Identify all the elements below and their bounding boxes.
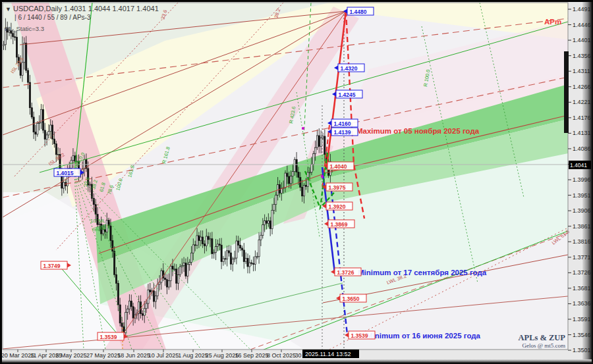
candle-body <box>198 236 200 241</box>
candle-body <box>315 147 316 153</box>
price-label-1.3749[interactable]: 1.3749 <box>41 261 71 269</box>
price-tick-label: 1.3951 <box>573 192 591 199</box>
price-label-1.4139[interactable]: 1.4139 <box>327 128 358 136</box>
candle-body <box>192 245 194 253</box>
price-tick-label: 1.4131 <box>573 130 591 136</box>
candle-body <box>99 224 100 224</box>
candle-body <box>110 226 111 240</box>
price-label-text: 1.3539 <box>100 334 117 340</box>
candle-body <box>212 239 213 254</box>
candle-body <box>292 172 293 176</box>
price-label-1.4015[interactable]: 1.4015 <box>54 169 84 176</box>
candle-body <box>183 263 184 266</box>
candle-body <box>200 237 202 240</box>
price-label-1.4480[interactable]: 1.4480 <box>343 7 374 15</box>
candle-body <box>320 138 322 147</box>
candle-body <box>208 236 209 240</box>
price-label-1.4040[interactable]: 1.4040 <box>324 162 354 170</box>
date-tick-label: 25 Aug 2025 <box>206 352 239 359</box>
candle-body <box>46 135 47 140</box>
price-label-text: 1.4245 <box>339 91 356 98</box>
price-label-1.4320[interactable]: 1.4320 <box>334 64 364 72</box>
candle-body <box>245 258 246 261</box>
candle-body <box>298 172 299 177</box>
candle-body <box>240 246 241 248</box>
candle-body <box>3 45 4 46</box>
fib-label[interactable]: 1/2 ML <box>90 218 105 224</box>
price-label-text: 1.3726 <box>337 269 354 276</box>
watermark-title: APLs & ZUP <box>518 333 565 342</box>
price-tick-label: 1.4356 <box>573 53 591 59</box>
candle-body <box>202 237 204 244</box>
candle-body <box>179 267 181 274</box>
swing-dot <box>321 175 324 178</box>
candle-body <box>324 136 325 155</box>
price-tick-label: 1.4266 <box>573 84 591 90</box>
candle-body <box>287 173 288 176</box>
price-tick-label: 1.4176 <box>573 115 591 121</box>
candle-body <box>150 290 151 292</box>
date-tick-label: 27 May 2025 <box>86 352 121 359</box>
candle-body <box>251 263 252 263</box>
annotation-maximum-nov[interactable]: Maximum от 05 ноября 2025 года <box>356 127 480 135</box>
price-label-1.3726[interactable]: 1.3726 <box>331 268 361 276</box>
candle-body <box>172 266 173 269</box>
candle-body <box>264 221 266 224</box>
frame-edge-left <box>0 0 2 364</box>
annotation-minimum-jun[interactable]: Minimum от 16 июня 2025 года <box>366 332 481 340</box>
date-tick-label: 1 Aug 2025 <box>178 352 208 359</box>
candle-body <box>269 221 271 229</box>
candle-body <box>275 195 277 204</box>
candle-body <box>13 34 14 37</box>
candle-body <box>190 253 192 262</box>
candle-body <box>95 205 96 215</box>
price-tick-label: 1.4086 <box>573 145 591 152</box>
candle-body <box>241 248 242 250</box>
candle-body <box>230 253 231 264</box>
scroll-indicator-bar[interactable] <box>564 51 569 133</box>
apm-object-label[interactable]: APm <box>544 18 561 26</box>
candle-body <box>128 301 130 309</box>
candle-body <box>142 314 143 316</box>
candle-body <box>318 136 320 146</box>
candle-body <box>90 184 91 185</box>
price-tick-label: 1.4446 <box>573 22 591 28</box>
candle-body <box>219 244 220 245</box>
price-label-1.3539[interactable]: 1.3539 <box>345 331 375 339</box>
price-label-1.4160[interactable]: 1.4160 <box>327 119 358 127</box>
watermark-credit: Gelos @ mt5.com <box>522 342 565 349</box>
candle-body <box>170 266 171 280</box>
annotation-minimum-sep[interactable]: Minimum от 17 сентября 2025 года <box>358 269 487 276</box>
price-label-text: 1.3650 <box>343 296 360 302</box>
price-label-1.3650[interactable]: 1.3650 <box>336 294 366 302</box>
candle-body <box>16 38 17 57</box>
price-tick-label: 1.3906 <box>573 207 591 214</box>
price-tick-label: 1.3726 <box>573 269 591 276</box>
candle-body <box>63 182 65 188</box>
symbol-collapse-icon[interactable]: ▼ <box>5 6 11 13</box>
candle-body <box>273 205 275 211</box>
candle-body <box>254 257 256 265</box>
price-label-1.3869[interactable]: 1.3869 <box>324 220 354 228</box>
candle-body <box>53 139 55 143</box>
price-tick-label: 1.3546 <box>573 332 591 338</box>
candle-body <box>234 258 235 259</box>
price-label-1.3920[interactable]: 1.3920 <box>322 202 353 210</box>
candle-body <box>204 244 205 246</box>
candle-body <box>256 257 258 257</box>
candle-body <box>217 244 218 247</box>
candle-body <box>313 153 314 164</box>
candle-body <box>189 262 190 264</box>
price-tick-label: 1.3771 <box>573 254 591 261</box>
price-label-1.3539[interactable]: 1.3539 <box>98 332 128 340</box>
candle-body <box>174 269 175 270</box>
candle-body <box>29 82 30 108</box>
date-tick-label: 16 Sep 2025 <box>235 352 268 359</box>
candle-body <box>55 144 57 155</box>
candle-body <box>185 263 186 276</box>
price-label-text: 1.3869 <box>331 221 348 228</box>
price-label-1.3975[interactable]: 1.3975 <box>322 183 353 191</box>
candle-body <box>187 265 188 276</box>
candle-body <box>166 280 167 287</box>
price-label-1.4245[interactable]: 1.4245 <box>332 90 362 98</box>
